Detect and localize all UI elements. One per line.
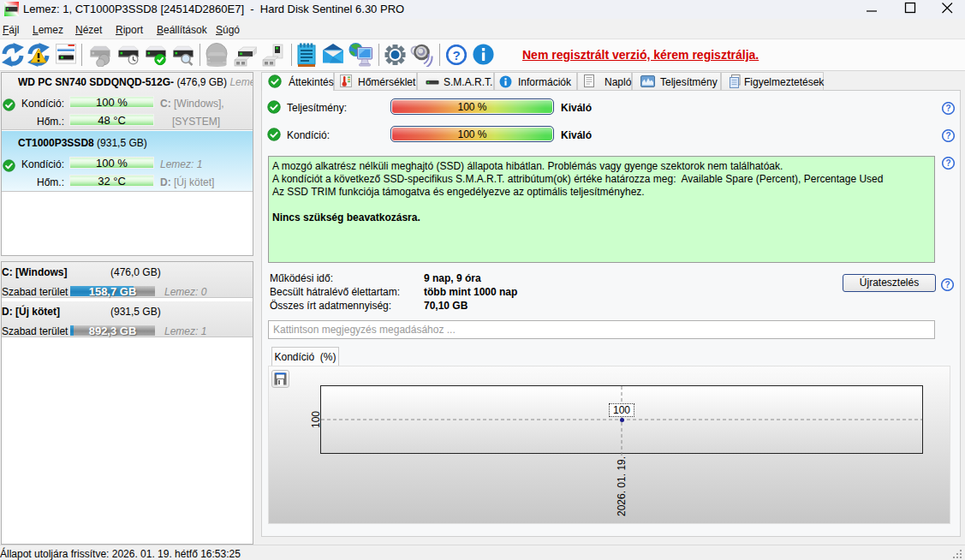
svg-text:?: ? (944, 280, 950, 289)
svg-text:?: ? (945, 131, 950, 140)
svg-text:?: ? (945, 158, 950, 168)
svg-text:?: ? (452, 48, 460, 63)
svg-text:?: ? (945, 104, 950, 113)
